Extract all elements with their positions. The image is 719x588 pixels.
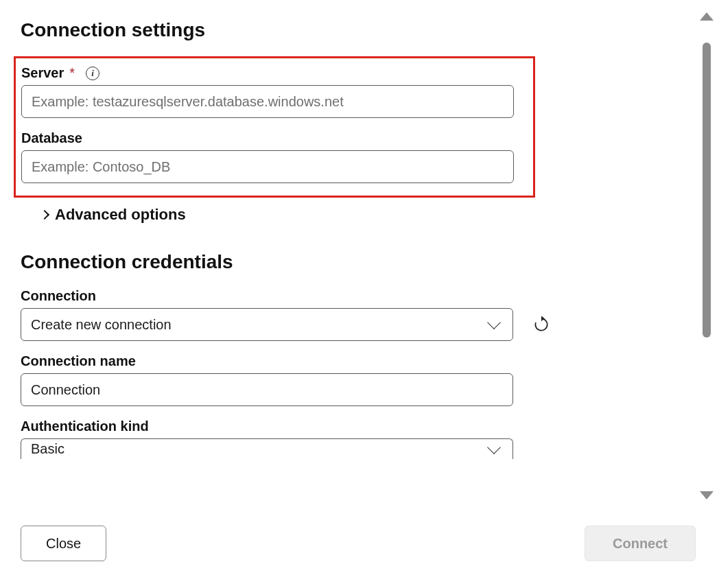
connect-button[interactable]: Connect [585, 526, 696, 561]
chevron-down-icon [487, 440, 501, 454]
connection-select-value: Create new connection [31, 317, 172, 333]
chevron-right-icon [40, 210, 49, 220]
auth-kind-field-block: Authentication kind Basic [21, 419, 665, 459]
connection-label-row: Connection [21, 288, 665, 304]
close-button[interactable]: Close [21, 526, 106, 561]
connection-select-row: Create new connection [21, 308, 665, 341]
server-label: Server [21, 65, 64, 81]
database-input[interactable] [21, 150, 514, 183]
vertical-scrollbar[interactable] [698, 12, 715, 499]
dialog-scroll-area: Connection settings Server * i Database … [0, 0, 686, 504]
advanced-options-expander[interactable]: Advanced options [41, 206, 665, 224]
auth-kind-select-value: Basic [31, 441, 64, 457]
connection-credentials-heading: Connection credentials [21, 251, 665, 273]
scroll-thumb[interactable] [703, 43, 711, 338]
scroll-down-arrow-icon[interactable] [700, 491, 714, 499]
connection-name-label: Connection name [21, 353, 136, 369]
connection-field-block: Connection Create new connection [21, 288, 665, 341]
connection-label: Connection [21, 288, 96, 304]
dialog-footer: Close Connect [0, 511, 719, 588]
connection-name-input[interactable] [21, 373, 513, 406]
auth-kind-select[interactable]: Basic [21, 438, 513, 459]
auth-kind-label: Authentication kind [21, 419, 149, 434]
database-field-block: Database [21, 130, 528, 183]
advanced-options-label: Advanced options [55, 206, 186, 224]
refresh-icon[interactable] [532, 316, 550, 333]
server-label-row: Server * i [21, 65, 528, 81]
connection-settings-heading: Connection settings [21, 19, 665, 41]
server-input[interactable] [21, 85, 514, 118]
database-label: Database [21, 130, 82, 146]
settings-highlight-box: Server * i Database [14, 56, 535, 198]
auth-kind-label-row: Authentication kind [21, 419, 665, 434]
connection-select[interactable]: Create new connection [21, 308, 513, 341]
connection-name-field-block: Connection name [21, 353, 665, 406]
database-label-row: Database [21, 130, 528, 146]
required-star-icon: * [69, 65, 75, 81]
server-field-block: Server * i [21, 65, 528, 118]
connection-name-label-row: Connection name [21, 353, 665, 369]
scroll-up-arrow-icon[interactable] [700, 12, 714, 21]
info-icon[interactable]: i [86, 67, 99, 80]
chevron-down-icon [487, 316, 501, 329]
